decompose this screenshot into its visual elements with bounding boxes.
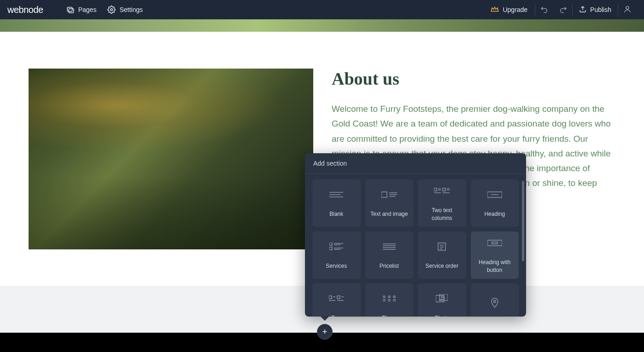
gear-icon [107, 6, 116, 14]
svg-point-2 [111, 9, 113, 11]
section-tile-blank[interactable]: Blank [312, 179, 361, 227]
hero-strip [0, 19, 644, 32]
about-image[interactable] [29, 69, 313, 249]
section-tile-map[interactable] [471, 283, 519, 317]
upload-icon [579, 6, 586, 14]
svg-rect-11 [434, 188, 437, 191]
tile-label: Services [326, 262, 347, 270]
svg-rect-39 [337, 296, 340, 299]
section-tile-two-columns[interactable]: Two text columns [418, 179, 466, 227]
tile-label: Text and image [370, 210, 408, 218]
nav-pages-label: Pages [78, 6, 97, 13]
tile-label: Three [382, 314, 396, 317]
services-icon [329, 240, 343, 253]
upgrade-label: Upgrade [503, 6, 527, 13]
top-right: Upgrade Publish [483, 0, 637, 19]
svg-point-45 [393, 296, 395, 298]
popover-scrollbar[interactable] [522, 181, 524, 261]
nav-pages[interactable]: Pages [66, 6, 97, 14]
heading-button-icon [487, 237, 502, 249]
nav-group: Pages Settings [66, 6, 143, 14]
tile-label: Service order [426, 262, 458, 270]
tile-label: Photo [435, 314, 449, 317]
account-button[interactable] [618, 0, 637, 19]
section-tile-service-order[interactable]: Service order [418, 231, 466, 279]
svg-rect-7 [381, 192, 387, 197]
svg-rect-36 [492, 242, 498, 244]
section-tile-text-image[interactable]: Text and image [365, 179, 414, 227]
undo-icon [540, 5, 549, 15]
photo-icon [436, 292, 448, 305]
map-icon [491, 296, 499, 309]
brand-text: webnode [7, 5, 43, 15]
popover-body: BlankText and imageTwo text columnsHeadi… [305, 174, 526, 317]
publish-button[interactable]: Publish [573, 6, 618, 14]
pages-icon [66, 6, 75, 14]
about-heading[interactable]: About us [332, 69, 615, 89]
svg-rect-0 [67, 7, 72, 12]
publish-label: Publish [590, 6, 611, 13]
service-order-icon [437, 240, 446, 253]
tile-label: Two text columns [422, 207, 463, 222]
brand-logo[interactable]: webnode [7, 5, 43, 15]
section-tile-three[interactable]: Three [365, 283, 414, 317]
redo-icon [559, 5, 567, 15]
tile-label: Pricelist [380, 262, 399, 270]
section-tile-heading-button[interactable]: Heading with button [471, 231, 519, 279]
redo-button[interactable] [554, 0, 572, 19]
section-tile-pricelist[interactable]: Pricelist [365, 231, 414, 279]
svg-rect-24 [329, 247, 332, 250]
nav-settings[interactable]: Settings [107, 6, 143, 14]
svg-point-44 [388, 296, 390, 298]
blank-icon [329, 188, 343, 201]
plus-icon: + [322, 327, 328, 337]
crown-icon [491, 5, 499, 15]
svg-point-3 [626, 6, 629, 9]
svg-rect-14 [443, 188, 445, 191]
tile-label: Blank [329, 210, 343, 218]
add-section-button[interactable]: + [317, 324, 333, 340]
svg-rect-21 [329, 242, 332, 245]
section-tile-two[interactable]: Two [312, 283, 361, 317]
three-icon [382, 292, 396, 305]
svg-point-55 [493, 300, 496, 302]
top-bar: webnode Pages Settings Upgrade [0, 0, 644, 19]
add-section-popover: Add section BlankText and imageTwo text … [305, 153, 526, 317]
tile-label: Heading with button [474, 259, 515, 274]
svg-point-43 [383, 296, 385, 298]
text-image-icon [381, 188, 397, 201]
svg-rect-1 [69, 9, 74, 13]
popover-arrow [320, 316, 329, 321]
pricelist-icon [383, 240, 396, 253]
nav-settings-label: Settings [119, 6, 143, 13]
upgrade-button[interactable]: Upgrade [483, 5, 535, 15]
user-icon [623, 5, 632, 15]
tile-label: Heading [484, 210, 505, 218]
undo-button[interactable] [535, 0, 554, 19]
popover-title: Add section [305, 153, 526, 174]
svg-rect-35 [487, 240, 502, 246]
section-tile-services[interactable]: Services [312, 231, 361, 279]
svg-point-54 [441, 296, 443, 298]
section-tile-heading[interactable]: Heading [471, 179, 519, 227]
svg-rect-37 [329, 296, 332, 299]
two-icon [329, 292, 344, 305]
two-columns-icon [434, 185, 450, 197]
section-tile-photo[interactable]: Photo [418, 283, 466, 317]
tile-label: Two [331, 314, 341, 317]
heading-icon [487, 188, 502, 201]
